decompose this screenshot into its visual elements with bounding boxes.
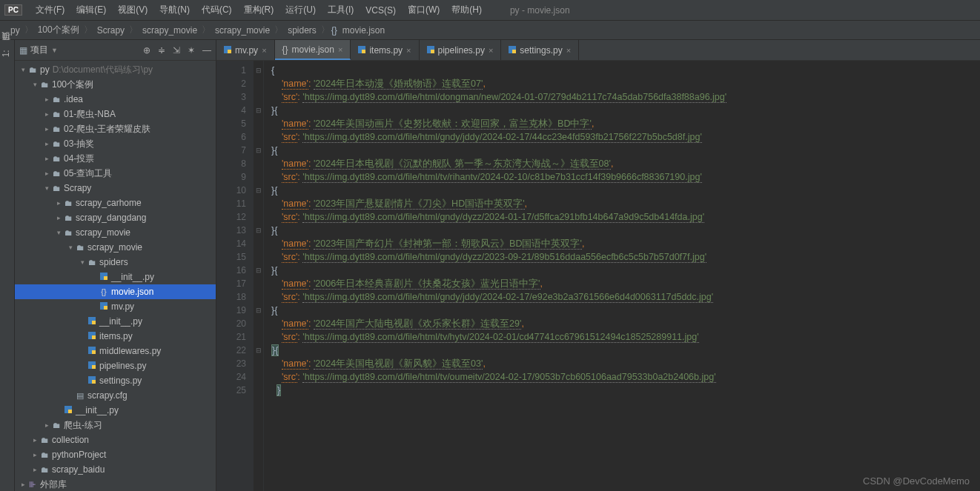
editor-tab-movie.json[interactable]: {}movie.json×	[275, 40, 351, 60]
window-title: py - movie.json	[510, 5, 570, 16]
editor-tab-items.py[interactable]: items.py×	[351, 40, 419, 60]
tree-item-pipelines.py[interactable]: pipelines.py	[15, 358, 216, 373]
tree-item-__init__.py[interactable]: __init__.py	[15, 314, 216, 329]
close-tab-icon[interactable]: ×	[338, 45, 342, 54]
tree-item-scrapy_carhome[interactable]: ▸🖿scrapy_carhome	[15, 196, 216, 210]
menu-tools[interactable]: 工具(I)	[322, 4, 360, 16]
tree-item-Scrapy[interactable]: ▾🖿Scrapy	[15, 181, 216, 196]
project-tree[interactable]: ▾🖿pyD:\document\代码练习\py▾🖿100个案例▸🖿.idea▸🖿…	[15, 61, 216, 491]
menu-view[interactable]: 视图(V)	[112, 4, 153, 16]
tree-item-scrapy_movie[interactable]: ▾🖿scrapy_movie	[15, 225, 216, 240]
close-tab-icon[interactable]: ×	[566, 46, 571, 55]
tree-item-爬虫-练习[interactable]: ▸🖿爬虫-练习	[15, 418, 216, 432]
tree-item-middlewares.py[interactable]: middlewares.py	[15, 344, 216, 358]
tree-item-collection[interactable]: ▸🖿collection	[15, 432, 216, 447]
breadcrumb-item[interactable]: spiders	[285, 25, 320, 36]
watermark: CSDN @DevCodeMemo	[863, 475, 970, 487]
locate-icon[interactable]: ⊕	[143, 45, 150, 56]
tree-item-scrapy_baidu[interactable]: ▸🖿scrapy_baidu	[15, 462, 216, 477]
tree-item-settings.py[interactable]: settings.py	[15, 373, 216, 388]
project-title: 项目	[30, 44, 48, 56]
close-tab-icon[interactable]: ×	[262, 46, 266, 55]
breadcrumb-item[interactable]: scrapy_movie	[139, 25, 200, 36]
settings-icon[interactable]: ✶	[188, 45, 195, 56]
menu-bar: PC 文件(F) 编辑(E) 视图(V) 导航(N) 代码(C) 重构(R) 运…	[0, 0, 980, 21]
project-icon: ▦	[19, 45, 27, 56]
project-tool-window: ▦ 项目 ▼ ⊕ ≑ ⇲ ✶ — ▾🖿pyD:\document\代码练习\py…	[15, 40, 216, 491]
menu-navigate[interactable]: 导航(N)	[153, 4, 196, 16]
file-icon	[224, 45, 231, 56]
editor-tab-settings.py[interactable]: settings.py×	[501, 40, 579, 60]
tool-window-stripe[interactable]: 1: 项目	[0, 40, 15, 491]
menu-file[interactable]: 文件(F)	[30, 4, 70, 16]
tree-item-.idea[interactable]: ▸🖿.idea	[15, 92, 216, 107]
breadcrumb-item[interactable]: scrapy_movie	[212, 25, 273, 36]
close-tab-icon[interactable]: ×	[489, 46, 493, 55]
expand-icon[interactable]: ≑	[158, 45, 165, 56]
file-icon	[427, 45, 434, 56]
tree-item-外部库[interactable]: ▸⊪外部库	[15, 477, 216, 491]
code-editor[interactable]: { 'name': '2024年日本动漫《婚戒物语》连载至07', 'src':…	[264, 61, 980, 491]
tree-item-02-爬虫-王者荣耀皮肤[interactable]: ▸🖿02-爬虫-王者荣耀皮肤	[15, 121, 216, 136]
tree-item-01-爬虫-NBA[interactable]: ▸🖿01-爬虫-NBA	[15, 107, 216, 121]
breadcrumb-item[interactable]: Scrapy	[94, 25, 128, 36]
json-icon: {}	[331, 25, 337, 36]
tree-item-__init__.py[interactable]: __init__.py	[15, 403, 216, 418]
app-logo: PC	[4, 4, 22, 16]
menu-code[interactable]: 代码(C)	[196, 4, 238, 16]
editor-tabs: mv.py×{}movie.json×items.py×pipelines.py…	[216, 40, 980, 61]
chevron-down-icon[interactable]: ▼	[51, 47, 58, 54]
tree-item-mv.py[interactable]: mv.py	[15, 299, 216, 314]
file-icon	[509, 45, 516, 56]
tree-item-py[interactable]: ▾🖿pyD:\document\代码练习\py	[15, 62, 216, 77]
menu-help[interactable]: 帮助(H)	[446, 4, 488, 16]
tree-item-items.py[interactable]: items.py	[15, 329, 216, 344]
close-tab-icon[interactable]: ×	[406, 46, 411, 55]
tree-item-05-查询工具[interactable]: ▸🖿05-查询工具	[15, 166, 216, 181]
breadcrumb-bar: py〉 100个案例〉 Scrapy〉 scrapy_movie〉 scrapy…	[0, 21, 980, 40]
menu-run[interactable]: 运行(U)	[279, 4, 322, 16]
tree-item-pythonProject[interactable]: ▸🖿pythonProject	[15, 447, 216, 462]
breadcrumb-item[interactable]: py	[7, 25, 23, 36]
tree-item-movie.json[interactable]: {}movie.json	[15, 284, 216, 299]
menu-window[interactable]: 窗口(W)	[402, 4, 446, 16]
tree-item-100个案例[interactable]: ▾🖿100个案例	[15, 77, 216, 92]
tree-item-spiders[interactable]: ▾🖿spiders	[15, 255, 216, 270]
collapse-icon[interactable]: ⇲	[173, 45, 180, 56]
editor-tab-pipelines.py[interactable]: pipelines.py×	[420, 40, 502, 60]
breadcrumb-item[interactable]: movie.json	[340, 25, 388, 36]
line-number-gutter: 1234567891011121314151617181920212223242…	[216, 61, 254, 491]
file-icon: {}	[282, 44, 288, 55]
fold-gutter[interactable]: ⊟⊟⊟⊟⊟⊟⊟⊟	[254, 61, 264, 491]
tree-item-scrapy.cfg[interactable]: ▤scrapy.cfg	[15, 388, 216, 403]
tree-item-__init__.py[interactable]: __init__.py	[15, 270, 216, 284]
tree-item-04-投票[interactable]: ▸🖿04-投票	[15, 151, 216, 166]
menu-edit[interactable]: 编辑(E)	[70, 4, 112, 16]
file-icon	[358, 45, 365, 56]
tree-item-03-抽奖[interactable]: ▸🖿03-抽奖	[15, 136, 216, 151]
breadcrumb-item[interactable]: 100个案例	[35, 24, 82, 36]
tree-item-scrapy_movie[interactable]: ▾🖿scrapy_movie	[15, 240, 216, 255]
menu-refactor[interactable]: 重构(R)	[238, 4, 280, 16]
menu-vcs[interactable]: VCS(S)	[360, 5, 402, 16]
tree-item-scrapy_dangdang[interactable]: ▸🖿scrapy_dangdang	[15, 210, 216, 225]
hide-icon[interactable]: —	[202, 45, 211, 56]
editor-tab-mv.py[interactable]: mv.py×	[216, 40, 275, 60]
